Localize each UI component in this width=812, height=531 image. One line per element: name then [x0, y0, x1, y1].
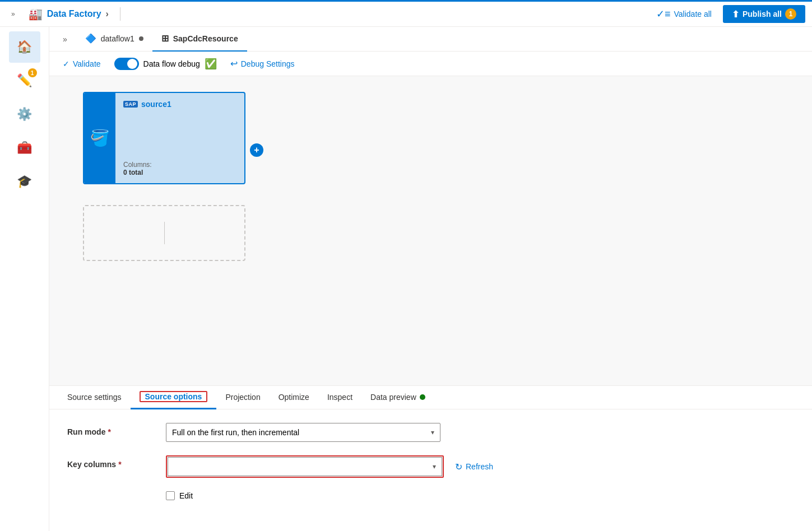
- bottom-tabs: Source settings Source options Projectio…: [49, 386, 812, 409]
- debug-status-icon: ✅: [205, 58, 217, 70]
- sidebar-item-edit[interactable]: ✏️ 1: [9, 65, 40, 96]
- key-columns-select[interactable]: ▾: [168, 457, 442, 476]
- refresh-icon: ↻: [455, 462, 462, 472]
- form-area: Run mode * Full on the first run, then i…: [49, 409, 812, 514]
- edit-checkbox[interactable]: [166, 491, 175, 500]
- top-actions: ✓≡ Validate all ⬆ Publish all 1: [652, 5, 805, 23]
- tab-projection[interactable]: Projection: [216, 386, 269, 409]
- sidebar-item-home[interactable]: 🏠: [9, 31, 40, 63]
- debug-settings-icon: ↩: [230, 58, 238, 69]
- publish-icon: ⬆: [732, 9, 739, 20]
- run-mode-value: Full on the first run, then incremental: [172, 428, 299, 437]
- run-mode-label: Run mode *: [67, 423, 157, 436]
- tab-inspect[interactable]: Inspect: [318, 386, 361, 409]
- source-node-body: SAP source1 Columns: 0 total: [115, 93, 244, 183]
- debug-settings-button[interactable]: ↩ Debug Settings: [226, 56, 299, 71]
- sap-logo: SAP: [123, 101, 138, 108]
- brand: 🏭 Data Factory ›: [29, 7, 109, 21]
- factory-icon: 🏭: [29, 7, 43, 21]
- publish-badge: 1: [785, 8, 796, 20]
- source-columns-value: 0 total: [123, 169, 236, 176]
- top-bar: » 🏭 Data Factory › ✓≡ Validate all ⬆ Pub…: [0, 0, 812, 27]
- tab-source-settings[interactable]: Source settings: [58, 386, 131, 409]
- edit-row: Edit: [166, 491, 794, 500]
- drop-zone-line: [164, 222, 165, 244]
- run-mode-chevron-icon: ▾: [431, 428, 434, 436]
- source-columns-label: Columns:: [123, 161, 236, 169]
- source-db-icon: 🪣: [90, 129, 110, 147]
- home-icon: 🏠: [17, 40, 32, 54]
- source-node-name: source1: [141, 100, 171, 109]
- source-node-title: SAP source1: [123, 100, 236, 109]
- layout: 🏠 ✏️ 1 ⚙️ 🧰 🎓 » 🔷 dataflow1 ⊞ Sa: [0, 27, 812, 531]
- divider: [120, 7, 120, 21]
- source-options-box: Source options: [140, 391, 208, 402]
- sidebar-item-toolbox[interactable]: 🧰: [9, 132, 40, 164]
- toggle-knob: [127, 59, 137, 69]
- monitor-icon: ⚙️: [17, 107, 32, 122]
- tab-data-preview[interactable]: Data preview: [361, 386, 434, 409]
- bottom-panel: Source settings Source options Projectio…: [49, 385, 812, 531]
- tab-dot: [139, 36, 143, 41]
- publish-all-button[interactable]: ⬆ Publish all 1: [723, 5, 805, 23]
- tab-dataflow1[interactable]: 🔷 dataflow1: [76, 27, 152, 52]
- sub-header: » 🔷 dataflow1 ⊞ SapCdcResource: [49, 27, 812, 52]
- brand-chevron: ›: [106, 9, 109, 19]
- refresh-button[interactable]: ↻ Refresh: [451, 459, 498, 474]
- main-content: » 🔷 dataflow1 ⊞ SapCdcResource ✓ Validat…: [49, 27, 812, 531]
- source-node-left-panel: 🪣: [84, 93, 115, 183]
- tab-optimize[interactable]: Optimize: [270, 386, 318, 409]
- dataflow-icon: 🔷: [85, 33, 96, 44]
- source-node-arrow: [244, 127, 245, 150]
- validate-button[interactable]: ✓ Validate: [58, 57, 105, 71]
- key-columns-label: Key columns *: [67, 455, 157, 469]
- key-columns-wrapper: ▾ ↻ Refresh: [166, 455, 498, 478]
- sidebar-item-monitor[interactable]: ⚙️: [9, 99, 40, 130]
- check-icon: ✓: [63, 59, 69, 68]
- sapcdc-icon: ⊞: [161, 33, 169, 44]
- tab-source-options[interactable]: Source options: [131, 386, 217, 409]
- source-node-info: Columns: 0 total: [123, 161, 236, 176]
- data-preview-status-dot: [420, 394, 425, 400]
- toolbar: ✓ Validate Data flow debug ✅ ↩ Debug Set…: [49, 52, 812, 76]
- sidebar-item-learn[interactable]: 🎓: [9, 166, 40, 197]
- debug-toggle-container: Data flow debug ✅: [114, 58, 217, 70]
- run-mode-select[interactable]: Full on the first run, then incremental …: [166, 423, 440, 442]
- key-columns-chevron-icon: ▾: [433, 463, 436, 471]
- key-columns-required: *: [118, 460, 121, 469]
- toolbox-icon: 🧰: [17, 141, 32, 155]
- key-columns-highlight-box: ▾: [166, 455, 444, 478]
- brand-label: Data Factory: [47, 9, 101, 19]
- edit-badge: 1: [28, 68, 37, 77]
- tab-sapcdc[interactable]: ⊞ SapCdcResource: [152, 27, 247, 52]
- validate-all-button[interactable]: ✓≡ Validate all: [652, 6, 716, 22]
- sub-expand-icon[interactable]: »: [58, 30, 72, 48]
- key-columns-row: Key columns * ▾ ↻ Refresh: [67, 455, 794, 478]
- run-mode-required: *: [108, 427, 110, 436]
- validate-icon: ✓≡: [656, 8, 671, 20]
- run-mode-row: Run mode * Full on the first run, then i…: [67, 423, 794, 442]
- source-node[interactable]: 🪣 SAP source1 Columns: 0 total: [83, 92, 245, 184]
- sidebar: 🏠 ✏️ 1 ⚙️ 🧰 🎓: [0, 27, 49, 531]
- canvas[interactable]: 🪣 SAP source1 Columns: 0 total: [49, 76, 812, 385]
- expand-icon[interactable]: »: [7, 6, 20, 22]
- learn-icon: 🎓: [17, 174, 32, 189]
- columns-count: 0 total: [123, 169, 143, 176]
- drop-zone[interactable]: [83, 205, 245, 261]
- add-transform-button[interactable]: +: [250, 143, 263, 157]
- debug-toggle[interactable]: [114, 58, 139, 70]
- edit-label: Edit: [179, 491, 193, 500]
